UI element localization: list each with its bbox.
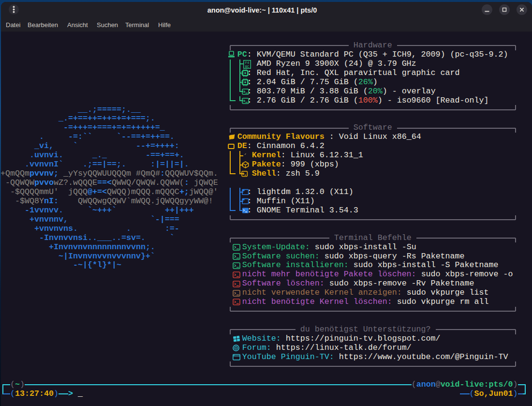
svg-text:BC: BC <box>245 64 250 68</box>
svg-text:F4: F4 <box>245 60 250 64</box>
